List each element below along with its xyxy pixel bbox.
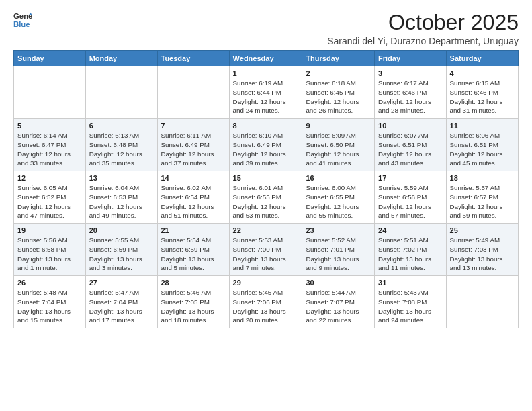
day-info: Sunrise: 6:17 AM Sunset: 6:46 PM Dayligh… xyxy=(378,79,443,116)
day-info: Sunrise: 6:07 AM Sunset: 6:51 PM Dayligh… xyxy=(378,131,443,168)
day-info: Sunrise: 6:01 AM Sunset: 6:55 PM Dayligh… xyxy=(233,183,299,220)
calendar-cell: 23Sunrise: 5:52 AM Sunset: 7:01 PM Dayli… xyxy=(302,224,375,276)
calendar-cell: 2Sunrise: 6:18 AM Sunset: 6:45 PM Daylig… xyxy=(302,66,375,119)
day-number: 20 xyxy=(89,226,154,234)
weekday-header-thursday: Thursday xyxy=(302,51,375,66)
day-number: 2 xyxy=(306,69,371,77)
calendar-week-row: 12Sunrise: 6:05 AM Sunset: 6:52 PM Dayli… xyxy=(14,171,519,224)
weekday-header-saturday: Saturday xyxy=(446,51,518,66)
day-number: 13 xyxy=(89,174,154,182)
calendar-cell: 20Sunrise: 5:55 AM Sunset: 6:59 PM Dayli… xyxy=(85,224,157,276)
weekday-header-friday: Friday xyxy=(375,51,447,66)
day-info: Sunrise: 6:13 AM Sunset: 6:48 PM Dayligh… xyxy=(89,131,154,168)
calendar-cell xyxy=(157,66,229,119)
day-number: 25 xyxy=(450,226,515,234)
day-number: 6 xyxy=(89,122,154,130)
location-title: Sarandi del Yi, Durazno Department, Urug… xyxy=(327,36,519,46)
calendar-cell: 30Sunrise: 5:44 AM Sunset: 7:07 PM Dayli… xyxy=(302,276,375,328)
calendar-cell: 19Sunrise: 5:56 AM Sunset: 6:58 PM Dayli… xyxy=(14,224,86,276)
day-number: 17 xyxy=(378,174,443,182)
day-number: 4 xyxy=(450,69,515,77)
calendar-week-row: 26Sunrise: 5:48 AM Sunset: 7:04 PM Dayli… xyxy=(14,276,519,328)
calendar-cell: 5Sunrise: 6:14 AM Sunset: 6:47 PM Daylig… xyxy=(14,119,86,171)
day-info: Sunrise: 6:10 AM Sunset: 6:49 PM Dayligh… xyxy=(233,131,299,168)
page: General Blue October 2025 Sarandi del Yi… xyxy=(0,0,532,411)
header: General Blue October 2025 Sarandi del Yi… xyxy=(13,11,519,46)
calendar-cell: 8Sunrise: 6:10 AM Sunset: 6:49 PM Daylig… xyxy=(229,119,302,171)
day-info: Sunrise: 5:52 AM Sunset: 7:01 PM Dayligh… xyxy=(306,236,371,273)
svg-text:Blue: Blue xyxy=(13,20,30,28)
calendar-cell: 4Sunrise: 6:15 AM Sunset: 6:46 PM Daylig… xyxy=(446,66,518,119)
day-info: Sunrise: 5:59 AM Sunset: 6:56 PM Dayligh… xyxy=(378,183,443,220)
calendar-week-row: 19Sunrise: 5:56 AM Sunset: 6:58 PM Dayli… xyxy=(14,224,519,276)
title-area: October 2025 Sarandi del Yi, Durazno Dep… xyxy=(327,11,519,46)
calendar-cell: 10Sunrise: 6:07 AM Sunset: 6:51 PM Dayli… xyxy=(375,119,447,171)
calendar-cell xyxy=(14,66,86,119)
day-info: Sunrise: 6:04 AM Sunset: 6:53 PM Dayligh… xyxy=(89,183,154,220)
day-number: 7 xyxy=(161,122,226,130)
calendar-cell: 9Sunrise: 6:09 AM Sunset: 6:50 PM Daylig… xyxy=(302,119,375,171)
logo: General Blue xyxy=(13,11,32,30)
calendar-cell: 15Sunrise: 6:01 AM Sunset: 6:55 PM Dayli… xyxy=(229,171,302,224)
calendar-table: SundayMondayTuesdayWednesdayThursdayFrid… xyxy=(13,50,519,328)
calendar-cell: 14Sunrise: 6:02 AM Sunset: 6:54 PM Dayli… xyxy=(157,171,229,224)
day-number: 29 xyxy=(233,279,299,287)
day-number: 28 xyxy=(161,279,226,287)
day-info: Sunrise: 6:18 AM Sunset: 6:45 PM Dayligh… xyxy=(306,79,371,116)
day-info: Sunrise: 6:14 AM Sunset: 6:47 PM Dayligh… xyxy=(17,131,82,168)
day-number: 21 xyxy=(161,226,226,234)
day-info: Sunrise: 5:49 AM Sunset: 7:03 PM Dayligh… xyxy=(450,236,515,273)
calendar-cell: 25Sunrise: 5:49 AM Sunset: 7:03 PM Dayli… xyxy=(446,224,518,276)
weekday-header-row: SundayMondayTuesdayWednesdayThursdayFrid… xyxy=(14,51,519,66)
day-number: 12 xyxy=(17,174,82,182)
day-info: Sunrise: 5:46 AM Sunset: 7:05 PM Dayligh… xyxy=(161,288,226,325)
calendar-cell xyxy=(446,276,518,328)
day-number: 8 xyxy=(233,122,299,130)
day-info: Sunrise: 5:51 AM Sunset: 7:02 PM Dayligh… xyxy=(378,236,443,273)
day-number: 18 xyxy=(450,174,515,182)
calendar-cell: 27Sunrise: 5:47 AM Sunset: 7:04 PM Dayli… xyxy=(85,276,157,328)
calendar-cell xyxy=(85,66,157,119)
calendar-cell: 17Sunrise: 5:59 AM Sunset: 6:56 PM Dayli… xyxy=(375,171,447,224)
day-number: 23 xyxy=(306,226,371,234)
weekday-header-tuesday: Tuesday xyxy=(157,51,229,66)
month-title: October 2025 xyxy=(327,11,519,34)
day-info: Sunrise: 6:09 AM Sunset: 6:50 PM Dayligh… xyxy=(306,131,371,168)
calendar-cell: 18Sunrise: 5:57 AM Sunset: 6:57 PM Dayli… xyxy=(446,171,518,224)
weekday-header-sunday: Sunday xyxy=(14,51,86,66)
day-number: 11 xyxy=(450,122,515,130)
day-number: 16 xyxy=(306,174,371,182)
day-info: Sunrise: 5:57 AM Sunset: 6:57 PM Dayligh… xyxy=(450,183,515,220)
calendar-cell: 24Sunrise: 5:51 AM Sunset: 7:02 PM Dayli… xyxy=(375,224,447,276)
day-info: Sunrise: 5:44 AM Sunset: 7:07 PM Dayligh… xyxy=(306,288,371,325)
day-number: 9 xyxy=(306,122,371,130)
logo-icon: General Blue xyxy=(13,11,32,30)
day-info: Sunrise: 6:02 AM Sunset: 6:54 PM Dayligh… xyxy=(161,183,226,220)
day-info: Sunrise: 5:53 AM Sunset: 7:00 PM Dayligh… xyxy=(233,236,299,273)
day-info: Sunrise: 6:15 AM Sunset: 6:46 PM Dayligh… xyxy=(450,79,515,116)
calendar-cell: 11Sunrise: 6:06 AM Sunset: 6:51 PM Dayli… xyxy=(446,119,518,171)
calendar-cell: 7Sunrise: 6:11 AM Sunset: 6:49 PM Daylig… xyxy=(157,119,229,171)
day-number: 22 xyxy=(233,226,299,234)
day-info: Sunrise: 5:48 AM Sunset: 7:04 PM Dayligh… xyxy=(17,288,82,325)
day-info: Sunrise: 6:00 AM Sunset: 6:55 PM Dayligh… xyxy=(306,183,371,220)
calendar-cell: 29Sunrise: 5:45 AM Sunset: 7:06 PM Dayli… xyxy=(229,276,302,328)
weekday-header-wednesday: Wednesday xyxy=(229,51,302,66)
calendar-cell: 28Sunrise: 5:46 AM Sunset: 7:05 PM Dayli… xyxy=(157,276,229,328)
calendar-cell: 26Sunrise: 5:48 AM Sunset: 7:04 PM Dayli… xyxy=(14,276,86,328)
day-info: Sunrise: 6:11 AM Sunset: 6:49 PM Dayligh… xyxy=(161,131,226,168)
day-number: 30 xyxy=(306,279,371,287)
day-number: 5 xyxy=(17,122,82,130)
day-number: 24 xyxy=(378,226,443,234)
day-info: Sunrise: 6:06 AM Sunset: 6:51 PM Dayligh… xyxy=(450,131,515,168)
weekday-header-monday: Monday xyxy=(85,51,157,66)
day-number: 1 xyxy=(233,69,299,77)
day-info: Sunrise: 6:05 AM Sunset: 6:52 PM Dayligh… xyxy=(17,183,82,220)
calendar-cell: 13Sunrise: 6:04 AM Sunset: 6:53 PM Dayli… xyxy=(85,171,157,224)
day-number: 14 xyxy=(161,174,226,182)
day-info: Sunrise: 6:19 AM Sunset: 6:44 PM Dayligh… xyxy=(233,79,299,116)
calendar-cell: 1Sunrise: 6:19 AM Sunset: 6:44 PM Daylig… xyxy=(229,66,302,119)
day-number: 15 xyxy=(233,174,299,182)
calendar-cell: 21Sunrise: 5:54 AM Sunset: 6:59 PM Dayli… xyxy=(157,224,229,276)
calendar-week-row: 5Sunrise: 6:14 AM Sunset: 6:47 PM Daylig… xyxy=(14,119,519,171)
